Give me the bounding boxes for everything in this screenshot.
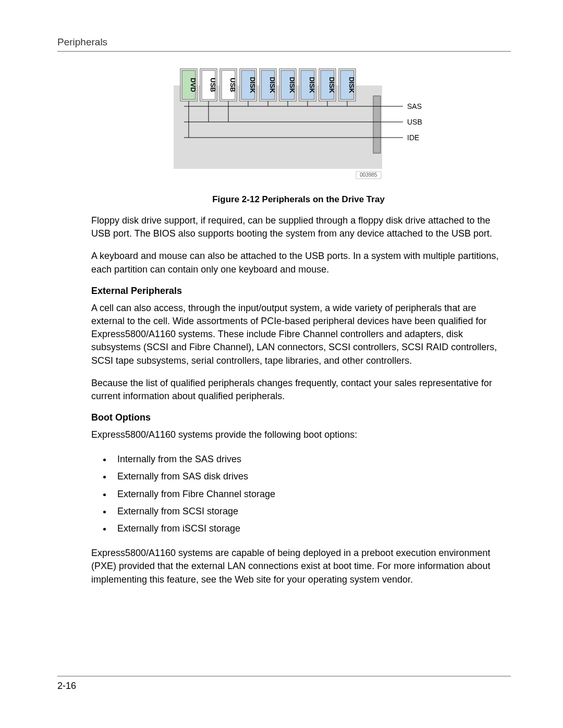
list-item: Externally from Fibre Channel storage	[112, 486, 506, 503]
subhead-boot: Boot Options	[91, 412, 506, 423]
subhead-external: External Peripherals	[91, 286, 506, 297]
usb-label: USB	[407, 118, 422, 126]
figure-caption: Figure 2-12 Peripherals on the Drive Tra…	[91, 194, 506, 205]
section-title: Peripherals	[57, 36, 511, 48]
list-item: Externally from SCSI storage	[112, 503, 506, 520]
slot-label: DISK	[288, 77, 296, 93]
slot-label: USB	[209, 78, 217, 92]
list-item: Externally from SAS disk drives	[112, 468, 506, 485]
paragraph-floppy: Floppy disk drive support, if required, …	[91, 214, 506, 240]
paragraph-contact: Because the list of qualified peripheral…	[91, 377, 506, 403]
slot-label: DISK	[308, 77, 316, 93]
paragraph-pxe: Express5800/A1160 systems are capable of…	[91, 547, 506, 586]
slot-label: DISK	[328, 77, 336, 93]
content-area: DVDUSBUSBDISKDISKDISKDISKDISKDISK SAS US…	[91, 67, 506, 586]
svg-rect-28	[373, 96, 381, 153]
footer-rule	[57, 676, 511, 676]
slot-label: DISK	[348, 77, 356, 93]
paragraph-keyboard: A keyboard and mouse can also be attache…	[91, 250, 506, 276]
header-rule	[57, 51, 511, 52]
ide-label: IDE	[407, 133, 419, 142]
slot-label: DVD	[189, 78, 197, 92]
list-item: Internally from the SAS drives	[112, 451, 506, 468]
figure-container: DVDUSBUSBDISKDISKDISKDISKDISKDISK SAS US…	[91, 67, 506, 205]
figure-id: 003985	[360, 172, 377, 178]
page: Peripherals DVDUSBUSBDISKDISKDISKDISKDIS…	[0, 0, 563, 728]
slot-label: DISK	[268, 77, 276, 93]
list-item: Externally from iSCSI storage	[112, 520, 506, 537]
paragraph-external: A cell can also access, through the inpu…	[91, 302, 506, 367]
slot-label: USB	[229, 78, 237, 92]
sas-label: SAS	[407, 102, 422, 110]
footer: 2-16	[57, 676, 511, 692]
paragraph-boot-intro: Express5800/A1160 systems provide the fo…	[91, 428, 506, 441]
page-number: 2-16	[57, 681, 511, 692]
boot-options-list: Internally from the SAS drivesExternally…	[91, 451, 506, 537]
slot-label: DISK	[249, 77, 256, 93]
drive-tray-diagram: DVDUSBUSBDISKDISKDISKDISKDISKDISK SAS US…	[174, 67, 424, 189]
